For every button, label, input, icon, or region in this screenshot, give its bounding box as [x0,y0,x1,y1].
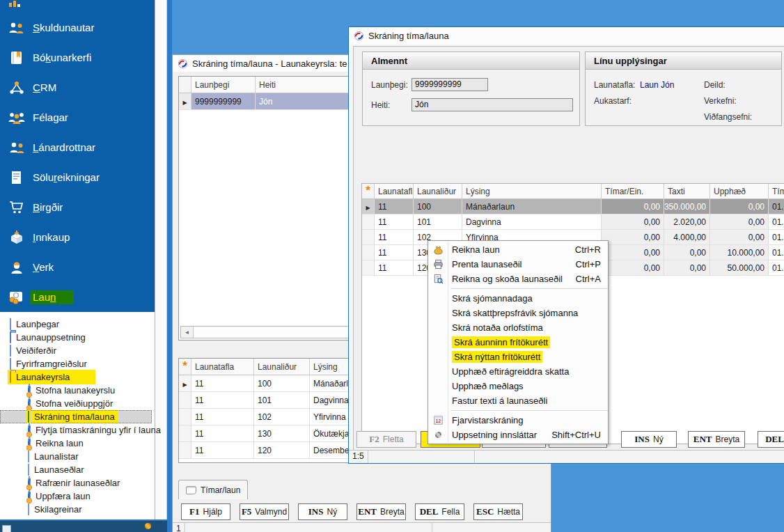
sidebar-item-innkaup[interactable]: Innkaup [0,222,155,252]
menu-item-fastur-texti[interactable]: Fastur texti á launaseðli [428,393,608,408]
sidebar-item-laun[interactable]: Laun [0,282,155,312]
menu-item-medlags[interactable]: Upphæð meðlags [428,379,608,393]
worker-icon [6,259,27,276]
edit-button[interactable]: ENTBreyta [688,431,745,448]
menu-separator [428,286,608,291]
deild-label: Deild: [704,80,726,90]
tree-item[interactable]: Reikna laun [0,437,155,450]
partial-module-icon [6,0,24,7]
dialog-title: Skráning tíma/launa [368,31,449,41]
vidfangsefni-label: Viðfangsefni: [704,112,752,122]
gear-icon [28,476,31,490]
time-pay-row[interactable]: 11 100 Mánaðarlaun 0,00 350.000,00 0,00 … [362,199,784,214]
new-button[interactable]: INSNý [621,431,677,448]
tree-item[interactable]: Uppfæra laun [0,490,155,503]
sidebar-item-lanardrottnar[interactable]: Lánardrottnar [0,132,155,162]
gear-icon [28,397,31,410]
tree-item[interactable]: Launaseðlar [0,463,155,476]
gear-icon [28,437,31,450]
context-menu: Reikna laun Ctrl+R Prenta launaseðil Ctr… [428,240,609,444]
menu-separator [428,408,608,413]
doc-icon [28,503,29,515]
panel-splitter[interactable] [167,0,172,532]
doc-icon [28,464,29,476]
app-screen: Skuldunautar Bókunarkerfi CRM Félagar Lá… [0,0,784,532]
tree-item[interactable]: Fyrirframgreiðslur [0,357,155,370]
launatafla-value: Laun Jón [640,80,674,90]
heiti-label: Heiti: [371,100,390,110]
new-button[interactable]: INSNý [298,503,347,520]
menu-item-fjarvistarskraning[interactable]: 12 Fjarvistarskráning [428,413,608,428]
delete-button[interactable]: DELFella [415,503,464,520]
ledger-icon [6,0,24,7]
tree-item[interactable]: Skilagreinar [0,503,155,516]
group-title: Almennt [363,52,579,70]
invoice-document-icon [6,169,27,186]
heiti-field[interactable]: Jón [411,98,573,111]
sidebar-item-skuldunautar[interactable]: Skuldunautar [0,13,155,42]
tab-timar-laun[interactable]: Tímar/laun [178,480,248,499]
scroll-left-icon[interactable] [181,327,194,338]
gear-icon [28,384,31,397]
browse-button[interactable]: F2Fletta [356,431,416,448]
tree-item[interactable]: Flytja tímaskráningu yfir í launa [0,423,155,437]
menu-item-reikna-skoda[interactable]: Reikna og skoða launaseðil Ctrl+A [428,272,608,286]
tree-item[interactable]: Launakeyrsla [0,370,155,384]
menu-item-reikna-laun[interactable]: Reikna laun Ctrl+R [428,242,608,257]
cancel-button[interactable]: ESCHætta [473,503,523,520]
menu-item-prenta-launasedil[interactable]: Prenta launaseðil Ctrl+P [428,257,608,272]
sidebar-item-felagar[interactable]: Félagar [0,102,155,132]
tree-item[interactable]: Launalistar [0,450,155,463]
menu-item-aunninn-fritokurett[interactable]: Skrá áunninn frítökurétt [428,335,608,350]
time-pay-row[interactable]: 11 101 Dagvinna 0,00 2.020,00 0,00 01.02… [362,214,784,230]
dialog-titlebar[interactable]: Skráning tíma/launa [349,27,784,45]
partial-app-icon [2,525,11,532]
nav-tree: Launþegar Launauppsetning Veiðiferðir Fy… [0,312,155,519]
tree-item[interactable]: Rafrænir launaseðlar [0,476,155,490]
grid-icon [10,358,11,370]
settings-gear-icon[interactable] [145,523,151,529]
tree-item[interactable]: Launauppsetning [0,331,155,344]
gear-icon [28,490,31,503]
tree-item[interactable]: Veiðiferðir [0,344,155,357]
calendar-icon: 12 [428,415,448,425]
verkefni-label: Verkefni: [704,96,737,106]
asterisk-icon [182,362,187,372]
launthegi-field[interactable]: 9999999999 [411,78,488,91]
debtors-people-icon [6,19,27,36]
grid-icon [10,345,11,357]
tree-item[interactable]: Launþegar [0,318,155,331]
menu-item-nyttan-fritokurett[interactable]: Skrá nýttan frítökurétt [428,350,608,364]
menu-item-uppsetning-innslattar[interactable]: Uppsetning innsláttar Shift+Ctrl+U [428,428,608,442]
group-linu-upplysingar: Línu upplýsingar Launatafla: Laun Jón Au… [585,52,782,126]
menu-item-eftiragreiddra-skatta[interactable]: Upphæð eftirágreiddra skatta [428,364,608,379]
sidebar-item-solureikningar[interactable]: Sölureikningar [0,162,155,192]
sidebar-item-verk[interactable]: Verk [0,252,155,282]
col-launthegi[interactable]: Launþegi [191,77,256,93]
group-title: Línu upplýsingar [586,52,781,70]
help-button[interactable]: F1Hjálp [181,503,230,520]
sidebar-item-bokunarkerfi[interactable]: Bókunarkerfi [0,42,155,72]
tree-item[interactable]: Stofna launakeyrslu [0,384,155,397]
tree-item[interactable]: Stofna veiðiuppgjör [0,397,155,410]
menu-item-notada-orlofstima[interactable]: Skrá notaða orlofstíma [428,320,608,335]
window-statusbar: 1 [173,522,551,532]
doc-icon [28,451,29,462]
menu-item-sjomannadaga[interactable]: Skrá sjómannadaga [428,291,608,306]
sidebar-scrollbar[interactable] [155,0,167,519]
menu-item-skattthrepsfravik[interactable]: Skrá skattþrepsfrávik sjómanna [428,306,608,320]
gear-icon [428,432,448,438]
edit-button[interactable]: ENTBreyta [356,503,406,520]
network-people-icon [6,79,27,96]
scroll-paper-icon [186,486,196,494]
launatafla-label: Launatafla: [594,80,635,90]
delete-button[interactable]: DELFella [758,431,784,448]
menu-button[interactable]: F5Valmynd [240,503,289,520]
module-sidebar: Skuldunautar Bókunarkerfi CRM Félagar Lá… [0,0,155,312]
sidebar-item-birgdir[interactable]: Birgðir [0,192,155,222]
folder-open-icon [10,371,11,383]
row-counter: 1:5 [349,451,368,463]
tree-item[interactable]: Skráning tíma/launa [0,410,152,423]
sidebar-item-crm[interactable]: CRM [0,72,155,102]
group-people-icon [6,109,27,126]
